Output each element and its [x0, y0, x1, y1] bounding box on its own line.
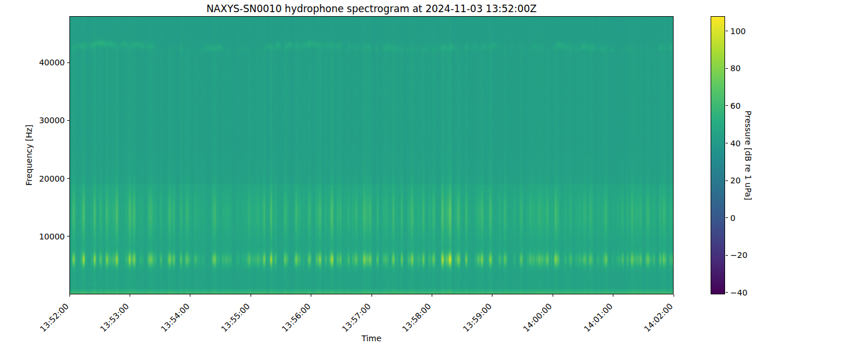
- x-tick-mark: [251, 294, 251, 297]
- x-tick-mark: [372, 294, 372, 297]
- colorbar-tick-label: 40: [730, 139, 741, 148]
- y-tick-mark: [67, 120, 69, 121]
- colorbar-tick-label: 60: [730, 101, 741, 110]
- plot-area: [69, 16, 674, 294]
- x-tick-mark: [190, 294, 190, 297]
- colorbar-tick-label: 20: [730, 176, 741, 185]
- colorbar-tick-mark: [726, 255, 728, 256]
- colorbar-tick-label: 0: [730, 213, 735, 223]
- colorbar-tick-mark: [726, 217, 728, 218]
- y-tick-label: 20000: [24, 174, 65, 183]
- x-tick-mark: [674, 294, 674, 297]
- y-tick-mark: [67, 62, 69, 63]
- colorbar-tick-mark: [726, 31, 728, 31]
- y-tick-label: 40000: [24, 58, 65, 67]
- x-tick-mark: [432, 294, 432, 297]
- spectrogram-figure: NAXYS-SN0010 hydrophone spectrogram at 2…: [0, 0, 868, 347]
- x-tick-mark: [130, 294, 130, 297]
- y-tick-mark: [67, 236, 69, 237]
- colorbar-tick-mark: [726, 143, 728, 143]
- colorbar-tick-label: 80: [730, 64, 741, 73]
- x-tick-mark: [311, 294, 311, 297]
- x-tick-mark: [613, 294, 613, 297]
- y-tick-label: 10000: [24, 232, 65, 241]
- colorbar: [711, 16, 725, 294]
- colorbar-label: Pressure [dB re 1 uPa]: [744, 16, 753, 294]
- x-axis-label: Time: [69, 334, 674, 343]
- spectrogram-heatmap: [70, 17, 673, 294]
- y-tick-label: 30000: [24, 116, 65, 125]
- chart-title: NAXYS-SN0010 hydrophone spectrogram at 2…: [69, 3, 674, 14]
- colorbar-tick-mark: [726, 105, 728, 106]
- colorbar-tick-mark: [726, 68, 728, 69]
- x-tick-mark: [69, 294, 70, 297]
- colorbar-tick-mark: [726, 180, 728, 181]
- y-tick-mark: [67, 178, 69, 179]
- colorbar-tick-mark: [726, 292, 728, 293]
- x-tick-mark: [553, 294, 553, 297]
- x-tick-mark: [492, 294, 492, 297]
- x-tick-label: 13:52:00: [0, 301, 71, 347]
